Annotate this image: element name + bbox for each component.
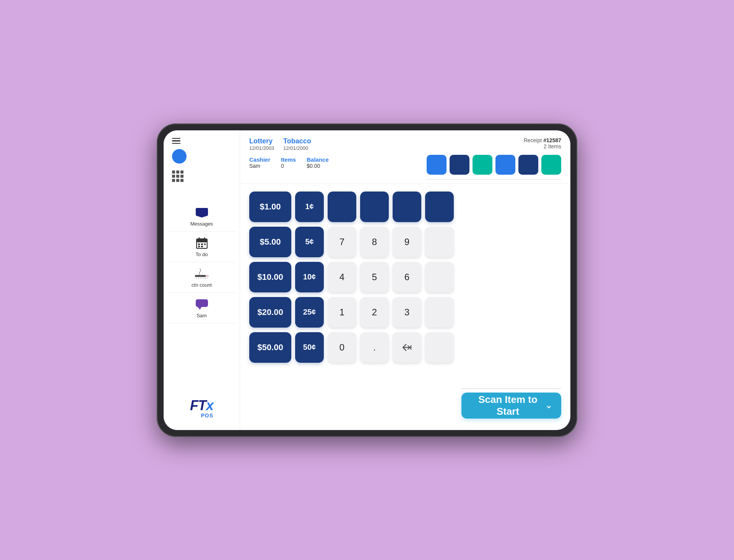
receipt-info: Receipt #12587 2 Items <box>427 137 561 149</box>
category-tobacco[interactable]: Tobacco 12/01/2000 <box>283 137 311 151</box>
swatch-4[interactable] <box>495 155 515 175</box>
tobacco-date: 12/01/2000 <box>283 145 311 151</box>
items-col: Items 0 <box>281 156 296 169</box>
btn-blank-1b[interactable] <box>360 192 389 222</box>
btn-cent-50[interactable]: 50¢ <box>295 332 324 363</box>
btn-blank-1d[interactable] <box>425 192 454 222</box>
swatch-1[interactable] <box>427 155 447 175</box>
btn-dollar-10[interactable]: $10.00 <box>249 262 291 292</box>
main-content: Lottery 12/01/2003 Tobacco 12/01/2000 Ca… <box>240 130 570 430</box>
numpad-row-3: $10.00 10¢ 4 5 6 <box>249 262 454 292</box>
svg-rect-15 <box>196 299 208 307</box>
btn-dot[interactable]: . <box>360 332 389 363</box>
scan-chevron-icon: ⌄ <box>545 401 552 411</box>
todo-label: To do <box>196 252 208 257</box>
circle-icon[interactable] <box>172 149 187 164</box>
btn-5[interactable]: 5 <box>360 262 389 292</box>
swatch-5[interactable] <box>518 155 538 175</box>
btn-cent-1[interactable]: 1¢ <box>295 192 324 222</box>
btn-dollar-5[interactable]: $5.00 <box>249 227 291 257</box>
btn-dollar-1[interactable]: $1.00 <box>249 192 291 222</box>
numpad-left: $1.00 1¢ $5.00 5¢ 7 8 9 <box>249 192 454 422</box>
btn-blank-2[interactable] <box>425 227 454 257</box>
btn-blank-1c[interactable] <box>393 192 421 222</box>
btn-blank-3[interactable] <box>425 262 454 292</box>
btn-cent-10[interactable]: 10¢ <box>295 262 324 292</box>
scan-area <box>461 192 561 389</box>
messages-label: Messages <box>190 221 213 227</box>
cashier-col: Cashier Sam <box>249 156 270 169</box>
hamburger-icon[interactable] <box>172 138 180 144</box>
chat-icon <box>195 297 209 311</box>
tablet-frame: Messages <box>157 123 577 437</box>
sidebar-top <box>167 138 236 182</box>
logo-ftx: FTx <box>190 399 213 412</box>
btn-backspace[interactable] <box>393 332 421 363</box>
btn-cent-25[interactable]: 25¢ <box>295 297 324 328</box>
swatch-6[interactable] <box>541 155 561 175</box>
numpad-row-2: $5.00 5¢ 7 8 9 <box>249 227 454 257</box>
btn-2[interactable]: 2 <box>360 297 389 328</box>
btn-blank-4[interactable] <box>425 297 454 328</box>
scan-button-label: Scan Item to Start <box>471 394 545 417</box>
category-lottery[interactable]: Lottery 12/01/2003 <box>249 137 274 151</box>
svg-rect-8 <box>204 243 206 245</box>
btn-dollar-50[interactable]: $50.00 <box>249 332 291 363</box>
sidebar: Messages <box>164 130 240 430</box>
sidebar-item-ctncount[interactable]: ctn count <box>167 262 236 293</box>
btn-3[interactable]: 3 <box>393 297 421 328</box>
btn-cent-5[interactable]: 5¢ <box>295 227 324 257</box>
sidebar-item-todo[interactable]: To do <box>167 232 236 262</box>
sam-label: Sam <box>196 313 207 318</box>
numpad-row-4: $20.00 25¢ 1 2 3 <box>249 297 454 328</box>
svg-rect-6 <box>198 243 200 245</box>
tablet-screen: Messages <box>164 130 570 430</box>
ctncount-label: ctn count <box>192 282 212 288</box>
right-panel: Scan Item to Start ⌄ <box>461 192 561 422</box>
receipt-label: Receipt #12587 <box>524 137 561 143</box>
header: Lottery 12/01/2003 Tobacco 12/01/2000 Ca… <box>240 130 570 184</box>
btn-dollar-20[interactable]: $20.00 <box>249 297 291 328</box>
swatch-2[interactable] <box>450 155 469 175</box>
svg-rect-9 <box>198 246 200 247</box>
btn-blank-1a[interactable] <box>328 192 356 222</box>
btn-6[interactable]: 6 <box>393 262 421 292</box>
items-count: 2 Items <box>544 143 561 149</box>
svg-marker-16 <box>198 307 201 310</box>
svg-rect-10 <box>201 246 203 247</box>
cigarette-icon <box>195 267 209 281</box>
message-icon <box>195 206 209 219</box>
btn-7[interactable]: 7 <box>328 227 356 257</box>
lottery-name: Lottery <box>249 137 274 145</box>
numpad-row-1: $1.00 1¢ <box>249 192 454 222</box>
sidebar-logo: FTx POS <box>190 399 213 422</box>
btn-9[interactable]: 9 <box>393 227 421 257</box>
sidebar-item-sam[interactable]: Sam <box>167 293 236 323</box>
balance-col: Balance $0.00 <box>307 156 329 169</box>
lottery-date: 12/01/2003 <box>249 145 274 151</box>
tobacco-name: Tobacco <box>283 137 311 145</box>
balance-value: $0.00 <box>307 163 329 169</box>
sidebar-nav: Messages <box>167 190 236 399</box>
scan-item-button[interactable]: Scan Item to Start ⌄ <box>461 393 561 419</box>
btn-1[interactable]: 1 <box>328 297 356 328</box>
sidebar-item-messages[interactable]: Messages <box>167 201 236 232</box>
grid-icon[interactable] <box>172 170 184 182</box>
svg-rect-7 <box>201 243 203 245</box>
btn-blank-5[interactable] <box>425 332 454 363</box>
swatch-3[interactable] <box>473 155 492 175</box>
btn-4[interactable]: 4 <box>328 262 356 292</box>
numpad-area: $1.00 1¢ $5.00 5¢ 7 8 9 <box>240 184 570 430</box>
header-right: Receipt #12587 2 Items <box>427 137 561 180</box>
items-value: 0 <box>281 163 296 169</box>
header-left: Lottery 12/01/2003 Tobacco 12/01/2000 Ca… <box>249 137 329 169</box>
cashier-label: Cashier <box>249 156 270 163</box>
calendar-icon <box>195 236 209 250</box>
logo-pos: POS <box>190 412 213 419</box>
cashier-value: Sam <box>249 163 270 169</box>
btn-0[interactable]: 0 <box>328 332 356 363</box>
color-swatches <box>427 155 561 175</box>
numpad-row-5: $50.00 50¢ 0 . <box>249 332 454 363</box>
btn-8[interactable]: 8 <box>360 227 389 257</box>
header-info: Cashier Sam Items 0 Balance $0.00 <box>249 156 329 169</box>
